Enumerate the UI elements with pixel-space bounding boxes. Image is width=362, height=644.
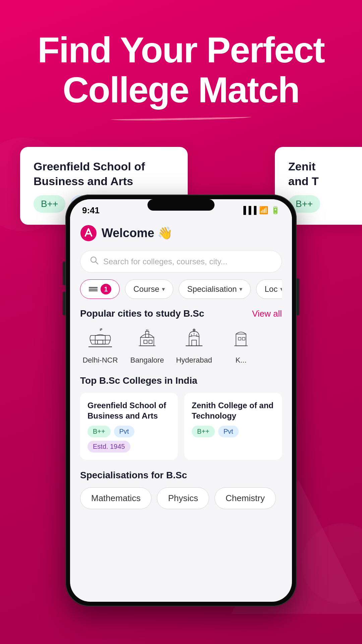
city-item-delhi[interactable]: Delhi-NCR — [80, 326, 120, 365]
power-button — [297, 278, 299, 315]
college-1-badge-bpp: B++ — [87, 426, 111, 437]
floating-card-college-name: Greenfield School of Business and Arts — [34, 159, 174, 189]
college-1-badges: B++ Pvt Estd. 1945 — [87, 426, 170, 452]
svg-rect-17 — [242, 337, 245, 340]
hyderabad-icon — [177, 326, 211, 353]
specialisation-filter-pill[interactable]: Specialisation ▾ — [179, 279, 251, 299]
status-icons: ▐▐▐ 📶 🔋 — [241, 206, 280, 215]
svg-rect-8 — [98, 340, 103, 344]
cities-row: Delhi-NCR — [80, 326, 282, 365]
hero-title: Find Your Perfect College Match — [20, 30, 342, 110]
status-time: 9:41 — [82, 205, 100, 216]
k-icon — [224, 326, 258, 353]
search-icon — [90, 256, 99, 267]
popular-cities-header: Popular cities to study B.Sc View all — [80, 308, 282, 319]
svg-rect-11 — [149, 340, 152, 343]
college-2-badges: B++ Pvt — [192, 426, 275, 437]
location-chevron-icon: ▾ — [280, 285, 282, 293]
app-header: Welcome 👋 — [80, 218, 282, 247]
badge-bpp: B++ — [34, 195, 65, 213]
floating-card-right-badges: B++ — [288, 195, 355, 213]
hero-underline — [111, 115, 251, 121]
filter-pills: 1 Course ▾ Specialisation ▾ Loc ▾ — [80, 279, 282, 299]
svg-line-4 — [96, 262, 98, 264]
popular-cities-title: Popular cities to study B.Sc — [80, 308, 204, 319]
volume-up-button — [63, 262, 65, 285]
signal-icon: ▐▐▐ — [241, 206, 256, 215]
course-chevron-icon: ▾ — [162, 285, 165, 293]
filter-active-pill[interactable]: 1 — [80, 279, 120, 299]
bangalore-icon — [130, 326, 164, 353]
wifi-icon: 📶 — [259, 206, 268, 215]
phone-screen: 9:41 ▐▐▐ 📶 🔋 Welcome 👋 — [70, 199, 292, 602]
filter-count-badge: 1 — [101, 284, 111, 294]
spec-physics[interactable]: Physics — [157, 487, 209, 509]
specialisations-row: Mathematics Physics Chemistry — [80, 487, 282, 509]
specialisation-chevron-icon: ▾ — [239, 285, 242, 293]
svg-rect-16 — [238, 337, 241, 340]
specialisations-title: Specialisations for B.Sc — [80, 470, 282, 481]
specialisation-filter-label: Specialisation — [187, 284, 237, 294]
college-1-badge-pvt: Pvt — [114, 426, 134, 437]
college-card-1[interactable]: Greenfield School of Business and Arts B… — [80, 393, 178, 460]
filter-icon — [88, 286, 98, 292]
delhi-city-name: Delhi-NCR — [82, 356, 118, 365]
k-city-name: K... — [235, 356, 246, 365]
svg-rect-13 — [192, 340, 196, 346]
view-all-cities-link[interactable]: View all — [252, 309, 282, 319]
volume-down-button — [63, 292, 65, 315]
college-2-badge-pvt: Pvt — [218, 426, 239, 437]
city-item-hyderabad[interactable]: Hyderabad — [174, 326, 214, 365]
city-item-bangalore[interactable]: Bangalore — [127, 326, 167, 365]
svg-rect-10 — [144, 340, 147, 343]
college-1-name: Greenfield School of Business and Arts — [87, 400, 170, 421]
bangalore-city-name: Bangalore — [130, 356, 164, 365]
college-2-name: Zenith College of and Technology — [192, 400, 275, 421]
welcome-label: Welcome 👋 — [102, 226, 173, 240]
college-card-2[interactable]: Zenith College of and Technology B++ Pvt — [184, 393, 282, 460]
search-bar[interactable]: Search for colleges, courses, city... — [80, 250, 282, 273]
college-1-badge-estd: Estd. 1945 — [87, 441, 130, 452]
top-colleges-title: Top B.Sc Colleges in India — [80, 375, 282, 386]
search-placeholder-text: Search for colleges, courses, city... — [103, 257, 227, 266]
phone-mockup: 9:41 ▐▐▐ 📶 🔋 Welcome 👋 — [65, 195, 297, 606]
city-item-k[interactable]: K... — [221, 326, 261, 365]
location-filter-pill[interactable]: Loc ▾ — [256, 279, 282, 299]
hero-section: Find Your Perfect College Match — [0, 0, 362, 133]
battery-icon: 🔋 — [271, 206, 280, 215]
colleges-row: Greenfield School of Business and Arts B… — [80, 393, 282, 460]
app-content: Welcome 👋 Search for colleges, courses, … — [70, 218, 292, 509]
delhi-icon — [83, 326, 117, 353]
college-2-badge-bpp: B++ — [192, 426, 215, 437]
spec-mathematics[interactable]: Mathematics — [80, 487, 152, 509]
course-filter-pill[interactable]: Course ▾ — [125, 279, 173, 299]
spec-chemistry[interactable]: Chemistry — [215, 487, 276, 509]
hyderabad-city-name: Hyderabad — [176, 356, 212, 365]
floating-card-right-name: Zenitand T — [288, 159, 355, 189]
location-filter-label: Loc — [264, 284, 278, 294]
app-logo-icon — [80, 225, 97, 241]
course-filter-label: Course — [133, 284, 159, 294]
phone-frame: 9:41 ▐▐▐ 📶 🔋 Welcome 👋 — [65, 195, 297, 606]
phone-notch — [147, 199, 215, 211]
